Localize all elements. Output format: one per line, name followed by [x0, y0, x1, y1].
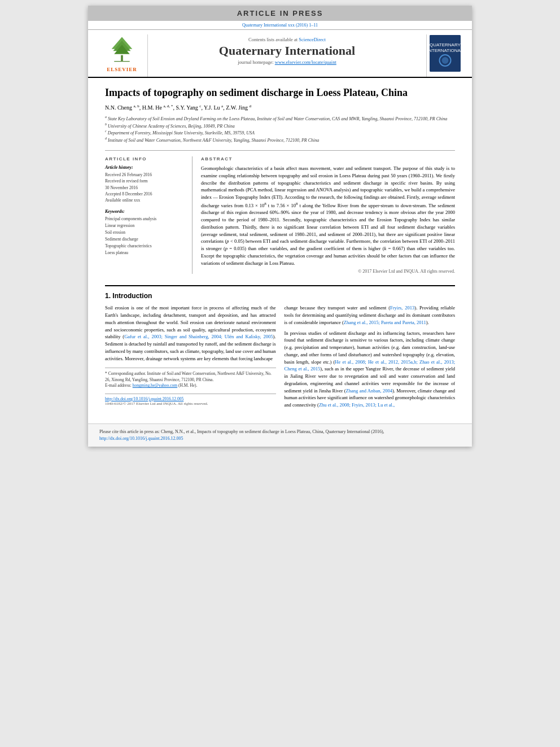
science-direct-prefix: Contents lists available at [248, 37, 299, 42]
authors-line: N.N. Cheng a, b, H.M. He a, d, *, S.Y. Y… [105, 104, 455, 111]
doi-link[interactable]: http://dx.doi.org/10.1016/j.quaint.2016.… [105, 396, 276, 401]
ref-fryirs[interactable]: Fryirs, 2013 [390, 305, 414, 311]
banner-text: ARTICLE IN PRESS [237, 9, 323, 18]
elsevier-tree-icon [102, 34, 142, 65]
affiliation-b: b University of Chinese Academy of Scien… [105, 122, 455, 129]
doi-bar: http://dx.doi.org/10.1016/j.quaint.2016.… [105, 394, 276, 408]
abstract-col: ABSTRACT Geomorphologic characteristics … [201, 156, 455, 274]
ref-zhang2004[interactable]: Zhang and Anban, 2004 [346, 388, 392, 394]
affiliation-c: c Department of Forestry, Mississippi St… [105, 129, 455, 136]
keyword-1: Principal components analysis [105, 216, 186, 222]
footnote-email: E-mail address: hongming.he@yahoo.com (H… [105, 383, 276, 389]
science-direct-link[interactable]: ScienceDirect [299, 37, 326, 42]
keywords-section: Keywords: Principal components analysis … [105, 209, 186, 256]
affiliations: a State Key Laboratory of Soil Erosion a… [105, 115, 455, 143]
keywords-label: Keywords: [105, 209, 186, 214]
footnote-star: * Corresponding author. Institute of Soi… [105, 371, 276, 383]
abstract-heading: ABSTRACT [201, 156, 455, 161]
ref-zhang2015[interactable]: Zhang et al., 2015; Pareta and Pareta, 2… [344, 320, 426, 325]
keyword-5: Topographic characteristics [105, 243, 186, 250]
keyword-2: Linear regression [105, 222, 186, 229]
abstract-text: Geomorphologic characteristics of a basi… [201, 165, 455, 267]
elsevier-logo: ELSEVIER [97, 34, 147, 77]
introduction-section: 1. Introduction Soil erosion is one of t… [105, 285, 455, 412]
footnote-section: * Corresponding author. Institute of Soi… [105, 368, 276, 389]
qi-logo-box: QUATERNARY INTERNATIONAL [430, 35, 461, 72]
homepage-prefix: journal homepage: [238, 59, 275, 65]
keyword-4: Sediment discharge [105, 236, 186, 243]
article-info-abstract: ARTICLE INFO Article history: Received 2… [105, 150, 455, 274]
elsevier-brand-text: ELSEVIER [107, 67, 137, 72]
article-info-heading: ARTICLE INFO [105, 156, 186, 161]
page: ARTICLE IN PRESS Quaternary Internationa… [88, 6, 472, 447]
science-direct-line: Contents lists available at ScienceDirec… [154, 37, 421, 42]
affiliation-d: d Institute of Soil and Water Conservati… [105, 136, 455, 143]
keyword-6: Loess plateau [105, 250, 186, 256]
homepage-link[interactable]: www.elsevier.com/locate/quaint [275, 59, 336, 65]
qi-logo-icon: QUATERNARY INTERNATIONAL [430, 35, 461, 72]
article-content: Impacts of topography on sediment discha… [88, 78, 472, 418]
citation-doi-link[interactable]: http://dx.doi.org/10.1016/j.quaint.2016.… [99, 436, 183, 441]
body-left-col: Soil erosion is one of the most importan… [105, 304, 276, 412]
accepted-date: Accepted 8 December 2016 [105, 191, 186, 197]
body-two-col: Soil erosion is one of the most importan… [105, 304, 455, 412]
svg-point-9 [442, 57, 449, 64]
ref-zhu2008[interactable]: Zhu et al., 2008; Fryirs, 2013; Lu et al… [319, 402, 395, 408]
svg-text:QUATERNARY: QUATERNARY [430, 42, 461, 47]
body-right-col: change because they transport water and … [285, 304, 456, 412]
journal-center-info: Contents lists available at ScienceDirec… [147, 34, 427, 77]
issn-line: 1040-6182/© 2017 Elsevier Ltd and INQUA.… [105, 401, 276, 406]
journal-issue-text: Quaternary International xxx (2016) 1–11 [242, 23, 318, 28]
ref-gafur[interactable]: Gafur et al., 2003; Singer and Shainberg… [124, 334, 273, 339]
svg-rect-0 [121, 55, 123, 62]
received-date: Received 26 February 2016 [105, 172, 186, 178]
intro-para-right-1: change because they transport water and … [285, 304, 456, 326]
journal-issue-line: Quaternary International xxx (2016) 1–11 [88, 21, 472, 30]
intro-heading: 1. Introduction [105, 292, 455, 300]
online-date: Available online xxx [105, 197, 186, 203]
article-history: Article history: Received 26 February 20… [105, 165, 186, 203]
history-label: Article history: [105, 165, 186, 170]
copyright-line: © 2017 Elsevier Ltd and INQUA. All right… [201, 269, 455, 274]
keyword-3: Soil erosion [105, 229, 186, 236]
article-title: Impacts of topography on sediment discha… [105, 86, 455, 99]
article-in-press-banner: ARTICLE IN PRESS [88, 6, 472, 21]
email-link[interactable]: hongming.he@yahoo.com [133, 383, 177, 388]
journal-main-title: Quaternary International [154, 43, 421, 58]
journal-right-logo: QUATERNARY INTERNATIONAL [427, 34, 463, 77]
ref-he2008[interactable]: He et al., 2008; He et al., 2012, 2015a,… [285, 359, 456, 372]
intro-para-1: Soil erosion is one of the most importan… [105, 304, 276, 362]
revised-date: Received in revised form30 November 2016 [105, 178, 186, 191]
journal-homepage-line: journal homepage: www.elsevier.com/locat… [154, 59, 421, 65]
citation-text: Please cite this article in press as: Ch… [99, 429, 461, 442]
svg-text:INTERNATIONAL: INTERNATIONAL [430, 48, 461, 53]
affiliation-a: a State Key Laboratory of Soil Erosion a… [105, 115, 455, 122]
journal-header: ELSEVIER Contents lists available at Sci… [88, 30, 472, 78]
article-info-col: ARTICLE INFO Article history: Received 2… [105, 156, 193, 274]
citation-box: Please cite this article in press as: Ch… [88, 423, 472, 447]
intro-para-right-2: In previous studies of sediment discharg… [285, 330, 456, 409]
